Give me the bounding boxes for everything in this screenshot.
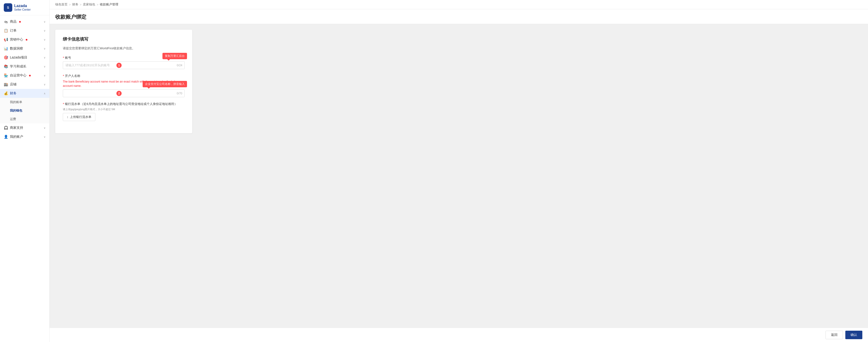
breadcrumb-sep-2: > xyxy=(80,3,82,6)
bank-required-mark: * xyxy=(63,102,64,106)
sidebar-label-self-run: 自运营中心 xyxy=(10,73,26,78)
orders-chevron: ∨ xyxy=(44,29,45,32)
name-tooltip: 企业支付宝公司名称，拼音输入 xyxy=(143,81,187,87)
sidebar-item-orders[interactable]: 📋 订单 ∨ xyxy=(0,26,49,35)
bottom-bar: 返回 确认 xyxy=(50,328,868,342)
logo-text: Lazada Seller Center xyxy=(14,4,31,11)
confirm-button[interactable]: 确认 xyxy=(845,331,862,339)
account-step-badge: 1 xyxy=(116,63,122,68)
sidebar-item-lazada-project[interactable]: 🎯 Lazada项目 ∨ xyxy=(0,53,49,62)
finance-icon: 💰 xyxy=(4,91,8,96)
form-description: 请提交您需要绑定的万里汇WorldFirst收款账户信息。 xyxy=(63,46,185,50)
products-chevron: ∨ xyxy=(44,20,45,23)
my-profile-icon: 👤 xyxy=(4,135,8,139)
finance-subnav: 我的账单 我的钱包 运费 xyxy=(0,98,49,123)
sidebar-label-analytics: 数据洞察 xyxy=(10,46,23,51)
bank-statement-label: * 银行流水单（近6月内且流水单上的地址需与公司营业地址或个人身份证地址相符） xyxy=(63,102,185,106)
sidebar-label-products: 商品 xyxy=(10,20,17,24)
account-required-mark: * xyxy=(63,56,64,60)
page-title: 收款账户绑定 xyxy=(55,13,862,21)
products-dot xyxy=(19,21,21,23)
breadcrumb: 钱包首页 > 财务 > 卖家钱包 > 收款账户管理 xyxy=(55,2,118,7)
name-field-label: * 开户人名称 xyxy=(63,74,185,78)
form-wrapper: 绑卡信息填写 请提交您需要绑定的万里汇WorldFirst收款账户信息。 * 账… xyxy=(50,24,868,328)
name-required-mark: * xyxy=(63,74,64,78)
back-button[interactable]: 返回 xyxy=(826,331,843,339)
sidebar-item-freight[interactable]: 运费 xyxy=(0,115,49,123)
self-run-icon: 🏪 xyxy=(4,73,8,78)
sidebar: S Lazada Seller Center 🛍 商品 ∨ 📋 订单 ∨ 📢 xyxy=(0,0,50,342)
sidebar-label-learn: 学习和成长 xyxy=(10,64,26,69)
name-label-text: 开户人名称 xyxy=(65,74,80,78)
lazada-project-chevron: ∨ xyxy=(44,56,45,59)
sidebar-label-merchant-support: 商家支持 xyxy=(10,126,23,130)
finance-chevron: ∧ xyxy=(44,92,45,95)
sidebar-item-marketing[interactable]: 📢 营销中心 ∨ xyxy=(0,35,49,44)
sidebar-item-my-account[interactable]: 我的账单 xyxy=(0,98,49,106)
account-input[interactable] xyxy=(63,61,185,69)
sidebar-item-my-wallet[interactable]: 我的钱包 xyxy=(0,106,49,115)
analytics-chevron: ∨ xyxy=(44,47,45,50)
upload-icon: ↑ xyxy=(67,115,68,119)
my-profile-chevron: ∨ xyxy=(44,135,45,138)
learn-icon: 📚 xyxy=(4,64,8,69)
upload-btn-label: 上传银行流水单 xyxy=(70,115,91,119)
form-card-title: 绑卡信息填写 xyxy=(63,36,185,42)
sidebar-label-orders: 订单 xyxy=(10,29,17,33)
products-icon: 🛍 xyxy=(4,20,8,24)
breadcrumb-item-current: 收款账户管理 xyxy=(100,2,118,7)
sidebar-item-finance[interactable]: 💰 财务 ∧ xyxy=(0,89,49,98)
main-content: 钱包首页 > 财务 > 卖家钱包 > 收款账户管理 收款账户绑定 绑卡信息填写 … xyxy=(50,0,868,342)
name-field-row: 企业支付宝公司名称，拼音输入 0/70 2 xyxy=(63,90,185,97)
breadcrumb-item-seller-wallet[interactable]: 卖家钱包 xyxy=(83,2,95,7)
account-field-group: * 账号 复制万里汇后台 0/24 1 xyxy=(63,56,185,69)
breadcrumb-item-finance[interactable]: 财务 xyxy=(72,2,79,7)
sidebar-item-merchant-support[interactable]: 🎧 商家支持 ∨ xyxy=(0,123,49,132)
name-step-badge: 2 xyxy=(116,91,122,96)
sidebar-item-self-run[interactable]: 🏪 自运营中心 ∨ xyxy=(0,71,49,80)
learn-chevron: ∨ xyxy=(44,65,45,68)
analytics-icon: 📊 xyxy=(4,46,8,51)
orders-icon: 📋 xyxy=(4,29,8,33)
breadcrumb-sep-1: > xyxy=(69,3,71,6)
bank-statement-sublabel: 请上传jpg/jpeg/png图片格式，大小不超过 5M xyxy=(63,108,185,111)
lazada-project-icon: 🎯 xyxy=(4,56,8,60)
sidebar-label-store: 店铺 xyxy=(10,82,17,87)
breadcrumb-sep-3: > xyxy=(97,3,98,6)
upload-bank-statement-button[interactable]: ↑ 上传银行流水单 xyxy=(63,113,95,121)
account-field-row: 复制万里汇后台 0/24 1 xyxy=(63,61,185,69)
form-card: 绑卡信息填写 请提交您需要绑定的万里汇WorldFirst收款账户信息。 * 账… xyxy=(55,30,192,133)
sidebar-item-products[interactable]: 🛍 商品 ∨ xyxy=(0,17,49,26)
sidebar-label-my-profile: 我的账户 xyxy=(10,135,23,139)
store-chevron: ∨ xyxy=(44,83,45,86)
sidebar-label-finance: 财务 xyxy=(10,91,17,96)
merchant-support-icon: 🎧 xyxy=(4,126,8,130)
bank-statement-field-group: * 银行流水单（近6月内且流水单上的地址需与公司营业地址或个人身份证地址相符） … xyxy=(63,102,185,121)
breadcrumb-item-wallet[interactable]: 钱包首页 xyxy=(55,2,67,7)
logo-icon: S xyxy=(4,3,12,12)
bank-statement-label-text: 银行流水单（近6月内且流水单上的地址需与公司营业地址或个人身份证地址相符） xyxy=(65,102,177,106)
page-header: 收款账户绑定 xyxy=(50,9,868,24)
content-area: 收款账户绑定 绑卡信息填写 请提交您需要绑定的万里汇WorldFirst收款账户… xyxy=(50,9,868,342)
self-run-dot xyxy=(29,75,31,76)
marketing-chevron: ∨ xyxy=(44,38,45,41)
account-label-text: 账号 xyxy=(65,56,71,60)
name-field-group: * 开户人名称 The bank Beneficiary account nam… xyxy=(63,74,185,97)
store-icon: 🏬 xyxy=(4,82,8,87)
name-input[interactable] xyxy=(63,90,185,97)
logo: S Lazada Seller Center xyxy=(0,0,49,15)
sidebar-item-store[interactable]: 🏬 店铺 ∨ xyxy=(0,80,49,89)
brand-name: Lazada xyxy=(14,4,31,8)
self-run-chevron: ∨ xyxy=(44,74,45,77)
marketing-icon: 📢 xyxy=(4,37,8,42)
sidebar-label-lazada-project: Lazada项目 xyxy=(10,56,27,60)
sidebar-item-learn[interactable]: 📚 学习和成长 ∨ xyxy=(0,62,49,71)
sidebar-item-analytics[interactable]: 📊 数据洞察 ∨ xyxy=(0,44,49,53)
brand-sub: Seller Center xyxy=(14,8,31,11)
top-bar: 钱包首页 > 财务 > 卖家钱包 > 收款账户管理 xyxy=(50,0,868,9)
sidebar-nav: 🛍 商品 ∨ 📋 订单 ∨ 📢 营销中心 ∨ 📊 数据洞察 xyxy=(0,15,49,342)
account-tooltip: 复制万里汇后台 xyxy=(162,53,187,59)
sidebar-item-my-profile[interactable]: 👤 我的账户 ∨ xyxy=(0,132,49,141)
merchant-support-chevron: ∨ xyxy=(44,127,45,130)
sidebar-label-marketing: 营销中心 xyxy=(10,37,23,42)
